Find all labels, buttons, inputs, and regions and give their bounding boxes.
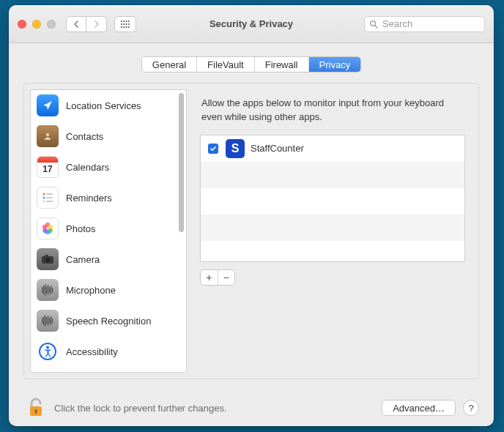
sidebar-item-microphone[interactable]: Microphone	[31, 275, 186, 305]
svg-point-8	[121, 26, 122, 27]
show-all-button[interactable]	[114, 16, 136, 32]
svg-point-19	[43, 201, 45, 203]
add-button[interactable]: +	[201, 270, 218, 285]
svg-rect-34	[48, 285, 48, 295]
svg-rect-37	[52, 288, 53, 292]
sidebar: Location Services Contacts 17 Calendars	[30, 89, 187, 373]
tab-firewall[interactable]: Firewall	[255, 57, 309, 72]
svg-point-17	[43, 197, 45, 199]
sidebar-item-camera[interactable]: Camera	[31, 244, 186, 275]
panel: Location Services Contacts 17 Calendars	[23, 83, 479, 379]
footer: Click the lock to prevent further change…	[9, 391, 494, 426]
sidebar-item-photos[interactable]: Photos	[31, 213, 186, 244]
svg-rect-38	[42, 318, 42, 324]
tab-filevault[interactable]: FileVault	[197, 57, 255, 72]
sidebar-list[interactable]: Location Services Contacts 17 Calendars	[31, 90, 186, 372]
svg-point-0	[121, 20, 122, 21]
svg-rect-33	[46, 286, 47, 294]
svg-point-12	[371, 21, 376, 26]
app-name: StaffCounter	[251, 143, 304, 154]
photos-icon	[37, 217, 59, 239]
svg-rect-36	[51, 286, 51, 294]
sidebar-scrollbar[interactable]	[176, 90, 186, 372]
lock-icon	[27, 398, 45, 418]
zoom-window-button[interactable]	[47, 20, 56, 29]
svg-rect-41	[46, 317, 47, 324]
tab-privacy[interactable]: Privacy	[309, 57, 361, 72]
sidebar-item-label: Speech Recognition	[66, 316, 151, 327]
svg-point-14	[46, 133, 49, 136]
advanced-button[interactable]: Advanced…	[382, 400, 456, 416]
chevron-left-icon	[73, 21, 79, 28]
svg-point-6	[126, 23, 127, 24]
svg-point-2	[126, 20, 127, 21]
reminders-icon	[37, 187, 59, 209]
svg-point-5	[123, 23, 125, 24]
svg-rect-39	[43, 316, 44, 325]
back-button[interactable]	[66, 16, 86, 32]
nav-buttons	[66, 16, 107, 32]
search-icon	[369, 20, 378, 29]
svg-rect-31	[43, 286, 44, 294]
app-row-empty	[201, 215, 464, 241]
microphone-icon	[37, 279, 59, 301]
svg-point-3	[128, 20, 130, 21]
app-row[interactable]: S StaffCounter	[201, 135, 464, 162]
svg-rect-43	[49, 318, 50, 324]
prefs-window: Security & Privacy General FileVault Fir…	[9, 5, 494, 426]
svg-point-4	[121, 23, 122, 24]
minimize-window-button[interactable]	[32, 20, 41, 29]
svg-rect-42	[48, 316, 48, 326]
app-row-empty	[201, 162, 464, 188]
svg-rect-20	[46, 201, 53, 202]
accessibility-icon	[37, 340, 59, 362]
sidebar-item-label: Calendars	[66, 162, 109, 173]
svg-point-11	[128, 26, 130, 27]
scroll-thumb[interactable]	[179, 93, 184, 232]
svg-point-9	[123, 26, 125, 27]
main-area: Allow the apps below to monitor input fr…	[187, 83, 478, 379]
sidebar-item-contacts[interactable]: Contacts	[31, 121, 186, 152]
sidebar-item-calendars[interactable]: 17 Calendars	[31, 152, 186, 182]
lock-text: Click the lock to prevent further change…	[54, 403, 227, 414]
svg-rect-45	[52, 319, 53, 323]
search-field[interactable]	[364, 16, 485, 32]
sidebar-item-accessibility[interactable]: Accessibility	[31, 336, 186, 367]
tab-general[interactable]: General	[142, 57, 197, 72]
svg-rect-44	[51, 316, 51, 325]
svg-point-10	[126, 26, 127, 27]
search-input[interactable]	[381, 18, 480, 30]
contacts-icon	[37, 125, 59, 147]
svg-rect-30	[42, 287, 42, 293]
svg-rect-35	[49, 287, 50, 293]
forward-button[interactable]	[86, 16, 107, 32]
sidebar-item-location-services[interactable]: Location Services	[31, 90, 186, 121]
svg-rect-52	[35, 411, 37, 414]
close-window-button[interactable]	[18, 20, 26, 29]
svg-point-1	[123, 20, 125, 21]
add-remove-buttons: + −	[200, 269, 235, 286]
tab-row: General FileVault Firewall Privacy	[9, 43, 494, 80]
lock-button[interactable]	[23, 395, 48, 420]
sidebar-item-label: Contacts	[66, 131, 103, 142]
svg-point-15	[43, 193, 45, 195]
app-list[interactable]: S StaffCounter	[200, 135, 465, 262]
speech-icon	[37, 310, 59, 332]
chevron-right-icon	[94, 21, 100, 28]
sidebar-item-label: Photos	[66, 223, 95, 234]
location-icon	[37, 94, 59, 116]
remove-button[interactable]: −	[218, 270, 235, 285]
svg-point-7	[128, 23, 130, 24]
tabs: General FileVault Firewall Privacy	[141, 56, 361, 72]
sidebar-item-label: Microphone	[66, 285, 116, 296]
help-button[interactable]: ?	[463, 400, 479, 416]
sidebar-item-reminders[interactable]: Reminders	[31, 182, 186, 213]
camera-icon	[37, 248, 59, 270]
titlebar: Security & Privacy	[9, 5, 494, 43]
app-checkbox[interactable]	[208, 144, 218, 154]
svg-point-48	[46, 346, 49, 349]
svg-rect-40	[45, 315, 45, 327]
sidebar-item-label: Location Services	[66, 100, 141, 111]
sidebar-item-speech-recognition[interactable]: Speech Recognition	[31, 305, 186, 336]
svg-rect-32	[45, 284, 45, 296]
